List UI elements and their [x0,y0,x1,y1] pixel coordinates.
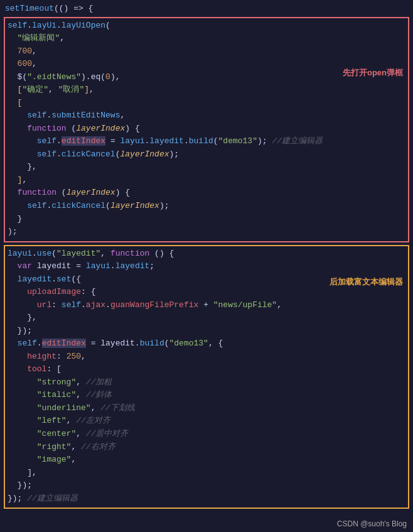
code-line: ); [8,225,405,239]
orange-box: 后加载富文本编辑器 layui.use("layedit", function … [4,245,409,509]
code-line: }, [8,312,405,325]
code-line: ["确定", "取消"], [8,84,405,97]
code-line: "strong", //加粗 [8,376,405,389]
code-line: layui.use("layedit", function () { [8,247,405,261]
code-line: [ [8,97,405,110]
code-line: self.clickCancel(layerIndex); [8,148,405,161]
code-line: self.clickCancel(layerIndex); [8,200,405,213]
code-line: ], [8,467,405,480]
csdn-label: CSDN @suoh's Blog [337,519,407,528]
code-line: 700, [8,45,405,58]
code-line: } [8,213,405,226]
code-line: "center", //居中对齐 [8,428,405,441]
code-line: self.layUi.layUiOpen( [8,19,405,33]
code-line: uploadImage: { [8,286,405,299]
code-line: url: self.ajax.guanWangFilePrefix + "new… [8,299,405,312]
code-line: }); [8,479,405,492]
code-line: "left", //左对齐 [8,415,405,428]
top-pre: setTimeout(() => { [0,0,413,16]
code-line: self.editIndex = layui.layedit.build("de… [8,135,405,148]
code-line: "italic", //斜体 [8,389,405,402]
code-line: var layedit = layui.layedit; [8,260,405,273]
code-line: function (layerIndex) { [8,187,405,200]
code-line: self.submitEditNews, [8,109,405,122]
code-line: }); [8,325,405,338]
code-line: "image", [8,453,405,467]
code-line: }); //建立编辑器 [8,492,405,506]
code-line: height: 250, [8,350,405,364]
annotation-red: 先打开open弹框 [343,67,403,79]
red-box: 先打开open弹框 self.layUi.layUiOpen( "编辑新闻", … [4,17,409,242]
code-line: self.editIndex = layedit.build("demo13",… [8,337,405,350]
code-line: tool: [ [8,363,405,376]
code-line: "right", //右对齐 [8,441,405,454]
code-container: setTimeout(() => { 先打开open弹框 self.layUi.… [0,0,413,532]
code-line: }, [8,161,405,174]
code-line: "编辑新闻", [8,32,405,45]
annotation-orange: 后加载富文本编辑器 [330,276,403,288]
code-line: function (layerIndex) { [8,122,405,136]
code-line: setTimeout(() => { [5,3,408,16]
code-line: "underline", //下划线 [8,402,405,415]
code-line: ], [8,174,405,187]
